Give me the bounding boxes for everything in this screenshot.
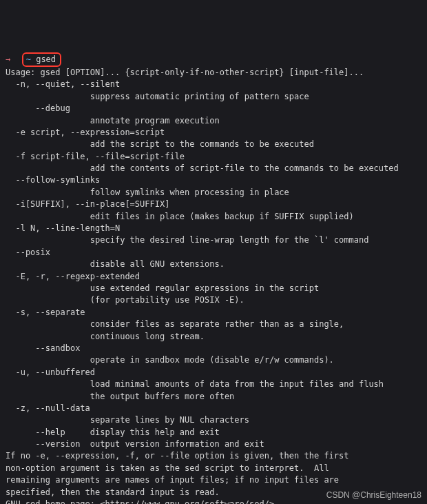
output-line: use extended regular expressions in the … [6,283,421,294]
output-line: add the script to the commands to be exe… [6,139,421,150]
output-line: add the contents of script-file to the c… [6,163,421,174]
output-line: --sandbox [6,343,421,354]
output-line: consider files as separate rather than a… [6,319,421,330]
output-line: edit files in place (makes backup if SUF… [6,211,421,223]
output-line: specify the desired line-wrap length for… [6,234,421,246]
output-line: operate in sandbox mode (disable e/r/w c… [6,354,421,366]
watermark-text: CSDN @ChrisEighteen18 [326,490,421,501]
output-line: load minimal amounts of data from the in… [6,379,421,390]
output-line: suppress automatic printing of pattern s… [6,91,421,103]
output-line: non-option argument is taken as the sed … [6,463,421,474]
output-line: -n, --quiet, --silent [6,79,421,90]
output-line: --version output version information and… [6,439,421,450]
output-line: --debug [6,103,421,114]
output-line: --posix [6,247,421,259]
prompt-line-1[interactable]: → ~ gsed [6,52,421,67]
output-line: separate lines by NUL characters [6,414,421,426]
command-highlight-box: ~ gsed [22,52,61,67]
prompt-arrow-icon: → [6,54,10,64]
output-line: -s, --separate [6,307,421,319]
output-line: If no -e, --expression, -f, or --file op… [6,450,421,462]
output-line: (for portability use POSIX -E). [6,294,421,306]
output-line: --follow-symlinks [6,174,421,186]
output-line: -f script-file, --file=script-file [6,151,421,163]
output-line: -u, --unbuffered [6,367,421,379]
output-line: -E, -r, --regexp-extended [6,271,421,283]
typed-command: gsed [36,54,56,64]
prompt-cwd: ~ [26,54,31,64]
output-line: -z, --null-data [6,403,421,414]
output-line: disable all GNU extensions. [6,259,421,270]
output-line: remaining arguments are names of input f… [6,474,421,486]
output-line: continuous long stream. [6,331,421,343]
output-line: -l N, --line-length=N [6,223,421,234]
output-line: Usage: gsed [OPTION]... {script-only-if-… [6,67,421,79]
output-line: follow symlinks when processing in place [6,187,421,199]
output-line: the output buffers more often [6,391,421,403]
output-line: -e script, --expression=script [6,127,421,139]
output-line: --help display this help and exit [6,427,421,439]
output-line: -i[SUFFIX], --in-place[=SUFFIX] [6,199,421,210]
output-line: annotate program execution [6,115,421,127]
